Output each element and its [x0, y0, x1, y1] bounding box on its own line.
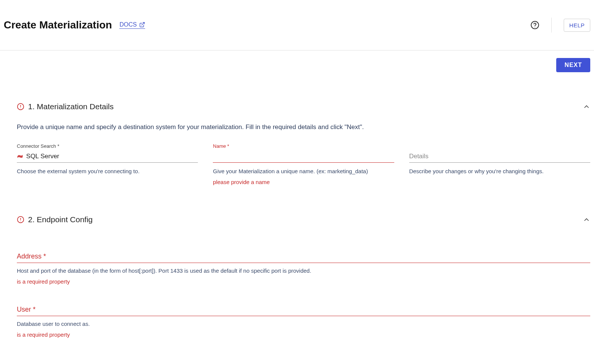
- user-helper: Database user to connect as.: [17, 320, 590, 328]
- connector-search-input[interactable]: [26, 153, 198, 160]
- page-title: Create Materialization: [4, 19, 112, 31]
- details-field: Describe your changes or why you're chan…: [409, 143, 590, 185]
- section-2-header[interactable]: 2. Endpoint Config: [17, 215, 590, 224]
- name-label: Name *: [213, 143, 394, 149]
- details-input-wrap[interactable]: [409, 151, 590, 163]
- connector-helper: Choose the external system you're connec…: [17, 167, 198, 175]
- sqlserver-icon: [17, 154, 23, 159]
- name-error: please provide a name: [213, 179, 394, 185]
- docs-link[interactable]: DOCS: [119, 21, 145, 29]
- user-error: is a required property: [17, 331, 590, 338]
- header-divider: [551, 18, 552, 33]
- chevron-up-icon: [583, 216, 590, 223]
- header-right: HELP: [530, 18, 590, 33]
- spacer: [17, 235, 590, 250]
- chevron-up-icon: [583, 103, 590, 110]
- page-header: Create Materialization DOCS HELP: [0, 0, 594, 51]
- external-link-icon: [139, 22, 145, 28]
- question-circle-icon[interactable]: [530, 21, 539, 30]
- address-helper: Host and port of the database (in the fo…: [17, 267, 590, 275]
- docs-label: DOCS: [119, 21, 137, 28]
- alert-circle-icon: [17, 216, 24, 223]
- action-bar: NEXT: [17, 58, 590, 72]
- address-field: Host and port of the database (in the fo…: [17, 250, 590, 285]
- section-1-header[interactable]: 1. Materialization Details: [17, 102, 590, 111]
- help-button[interactable]: HELP: [564, 19, 590, 32]
- name-helper: Give your Materialization a unique name.…: [213, 167, 394, 175]
- details-label-spacer: [409, 143, 590, 149]
- svg-line-0: [141, 22, 144, 25]
- name-field: Name * Give your Materialization a uniqu…: [213, 143, 394, 185]
- details-input[interactable]: [409, 153, 590, 160]
- header-left: Create Materialization DOCS: [4, 19, 145, 31]
- details-helper: Describe your changes or why you're chan…: [409, 167, 590, 175]
- address-input[interactable]: [17, 250, 590, 263]
- main-content: NEXT 1. Materialization Details Provide …: [0, 51, 594, 364]
- section-1-fields: Connector Search * Choose the external s…: [17, 143, 590, 185]
- section-1-header-left: 1. Materialization Details: [17, 102, 114, 111]
- name-input[interactable]: [213, 153, 394, 160]
- user-field: Database user to connect as. is a requir…: [17, 303, 590, 338]
- connector-label: Connector Search *: [17, 143, 198, 149]
- connector-input-wrap[interactable]: [17, 151, 198, 163]
- section-2-header-left: 2. Endpoint Config: [17, 215, 93, 224]
- section-2-title: 2. Endpoint Config: [28, 215, 93, 224]
- alert-circle-icon: [17, 103, 24, 110]
- name-input-wrap[interactable]: [213, 151, 394, 163]
- address-error: is a required property: [17, 278, 590, 285]
- next-button[interactable]: NEXT: [556, 58, 590, 72]
- connector-field: Connector Search * Choose the external s…: [17, 143, 198, 185]
- section-1-description: Provide a unique name and specify a dest…: [17, 122, 590, 132]
- section-1-title: 1. Materialization Details: [28, 102, 114, 111]
- user-input[interactable]: [17, 303, 590, 316]
